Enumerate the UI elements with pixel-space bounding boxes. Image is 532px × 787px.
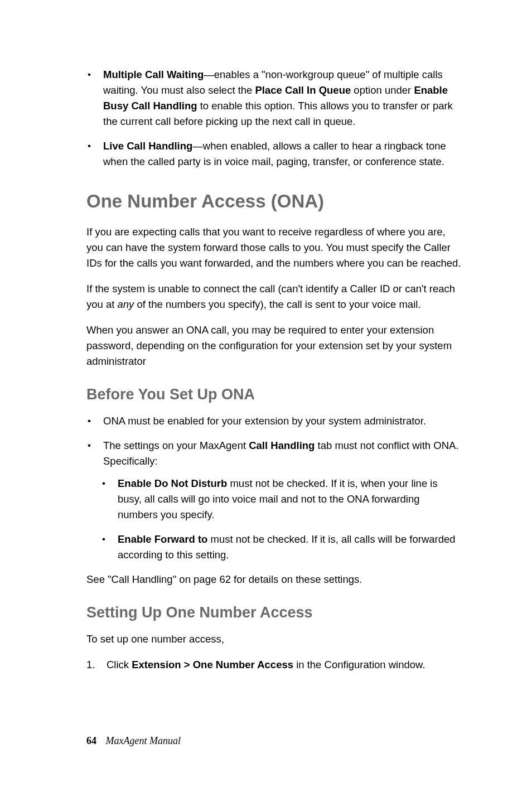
bullet-text: Enable Do Not Disturb must not be checke… [118,476,462,523]
bullet-text: Enable Forward to must not be checked. I… [118,532,462,563]
page-number: 64 [86,735,96,746]
italic-any: any [118,298,134,310]
t2: of the numbers you specify), the call is… [134,298,420,310]
bullet-text: ONA must be enabled for your extension b… [103,413,462,429]
t2: in the Configuration window. [293,659,425,670]
bullet-marker: • [86,438,103,469]
b: Call Handling [249,440,315,451]
bullet-live-call-handling: • Live Call Handling—when enabled, allow… [86,138,462,170]
lead-bold: Multiple Call Waiting [103,69,204,80]
bullet-ona-enabled: • ONA must be enabled for your extension… [86,413,462,429]
bullet-text: The settings on your MaxAgent Call Handl… [103,438,462,469]
bullet-marker: • [86,138,103,170]
bullet-marker: • [102,532,118,563]
bullet-multiple-call-waiting: • Multiple Call Waiting—enables a "non-w… [86,67,462,129]
bullet-marker: • [86,413,103,429]
heading-setting-up: Setting Up One Number Access [86,604,462,621]
t: Click [107,659,132,670]
bullet-marker: • [102,476,118,523]
t2: option under [351,84,414,96]
paragraph-intro: If you are expecting calls that you want… [86,224,462,271]
paragraph-unable-connect: If the system is unable to connect the c… [86,281,462,312]
b: Extension > One Number Access [132,659,293,670]
page-footer: 64 MaxAgent Manual [86,735,181,747]
paragraph-answer-ona: When you answer an ONA call, you may be … [86,322,462,369]
t: The settings on your MaxAgent [103,440,249,451]
b2: Place Call In Queue [255,84,351,96]
bullet-marker: • [86,67,103,129]
step-number: 1. [86,657,107,673]
step-text: Click Extension > One Number Access in t… [107,657,462,673]
paragraph-see-call-handling: See "Call Handling" on page 62 for detai… [86,572,462,587]
heading-before-setup: Before You Set Up ONA [86,386,462,403]
b: Enable Forward to [118,533,207,545]
bullet-text: Multiple Call Waiting—enables a "non-wor… [103,67,462,129]
b: Enable Do Not Disturb [118,477,227,489]
paragraph-to-set-up: To set up one number access, [86,631,462,647]
lead-bold: Live Call Handling [103,140,192,152]
bullet-text: Live Call Handling—when enabled, allows … [103,138,462,170]
sub-bullet-dnd: • Enable Do Not Disturb must not be chec… [86,476,462,523]
heading-one-number-access: One Number Access (ONA) [86,191,462,212]
step-1: 1. Click Extension > One Number Access i… [86,657,462,673]
document-page: • Multiple Call Waiting—enables a "non-w… [0,0,532,787]
bullet-settings-conflict: • The settings on your MaxAgent Call Han… [86,438,462,469]
book-title: MaxAgent Manual [105,735,180,746]
sub-bullet-forward: • Enable Forward to must not be checked.… [86,532,462,563]
